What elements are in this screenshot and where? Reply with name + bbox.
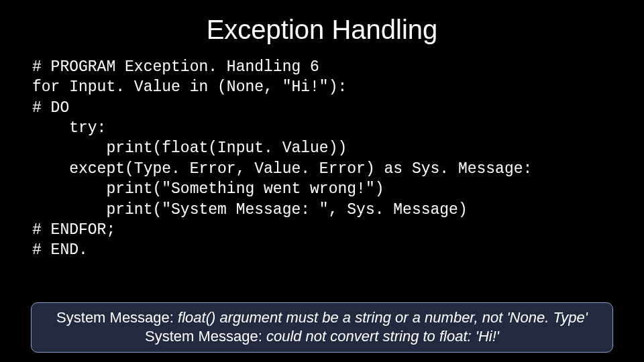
code-line: try: bbox=[32, 118, 612, 138]
code-line: # DO bbox=[32, 98, 612, 118]
output-line: System Message: float() argument must be… bbox=[40, 308, 604, 327]
slide-title: Exception Handling bbox=[0, 0, 644, 57]
output-line: System Message: could not convert string… bbox=[40, 327, 604, 346]
code-line: print("Something went wrong!") bbox=[32, 179, 612, 199]
code-line: # PROGRAM Exception. Handling 6 bbox=[32, 57, 612, 77]
code-line: except(Type. Error, Value. Error) as Sys… bbox=[32, 159, 612, 179]
code-line: # ENDFOR; bbox=[32, 220, 612, 240]
output-message: float() argument must be a string or a n… bbox=[178, 309, 588, 326]
output-box: System Message: float() argument must be… bbox=[31, 302, 613, 353]
code-block: # PROGRAM Exception. Handling 6 for Inpu… bbox=[0, 57, 644, 261]
code-line: for Input. Value in (None, "Hi!"): bbox=[32, 77, 612, 97]
output-label: System Message: bbox=[56, 309, 178, 326]
slide: Exception Handling # PROGRAM Exception. … bbox=[0, 0, 644, 362]
output-label: System Message: bbox=[145, 328, 266, 345]
output-message: could not convert string to float: 'Hi!' bbox=[266, 328, 499, 345]
code-line: print(float(Input. Value)) bbox=[32, 138, 612, 158]
code-line: # END. bbox=[32, 240, 612, 260]
code-line: print("System Message: ", Sys. Message) bbox=[32, 200, 612, 220]
